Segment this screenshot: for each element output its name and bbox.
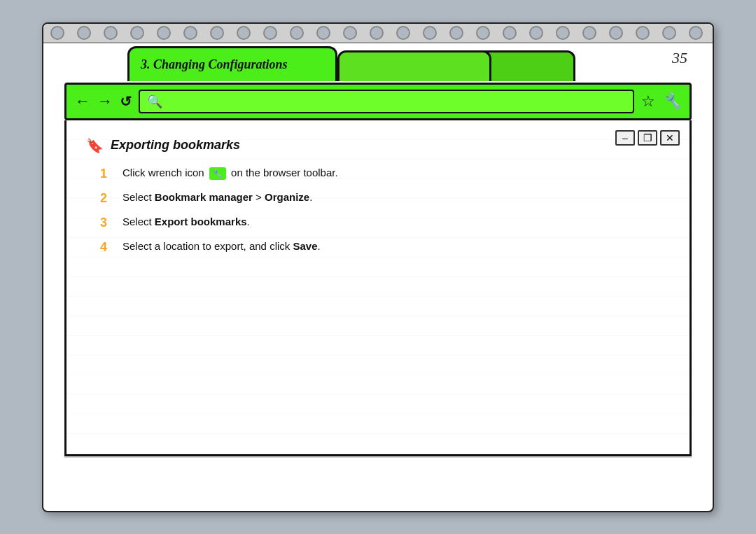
spiral-hole — [77, 26, 91, 40]
spiral-hole — [130, 26, 144, 40]
step-number-2: 2 — [100, 190, 117, 207]
section-title: Exporting bookmarks — [111, 138, 240, 153]
spiral-hole — [449, 26, 463, 40]
section-header: 🔖 Exporting bookmarks — [86, 137, 670, 154]
notebook-page: 35 3. Changing Configurations ← → ↻ 🔍 ☆ … — [42, 22, 714, 512]
spiral-hole — [104, 26, 118, 40]
browser-content: – ❐ ✕ 🔖 Exporting bookmarks 1 Click wren… — [64, 120, 692, 456]
spiral-hole — [396, 26, 410, 40]
restore-button[interactable]: ❐ — [638, 130, 657, 146]
spiral-binding — [43, 24, 713, 43]
wrench-button[interactable]: 🔧 — [662, 92, 681, 111]
address-bar[interactable]: 🔍 — [139, 90, 634, 113]
spiral-hole — [609, 26, 623, 40]
tab-inactive-1[interactable] — [337, 50, 491, 81]
forward-button[interactable]: → — [97, 94, 113, 109]
tab-area: 3. Changing Configurations — [43, 46, 713, 83]
spiral-hole — [556, 26, 570, 40]
spiral-hole — [636, 26, 650, 40]
spiral-hole — [210, 26, 224, 40]
tab-active-label: 3. Changing Configurations — [141, 57, 288, 72]
spiral-hole — [582, 26, 596, 40]
browser-toolbar: ← → ↻ 🔍 ☆ 🔧 — [64, 83, 692, 120]
spiral-hole — [316, 26, 330, 40]
spiral-hole — [263, 26, 277, 40]
spiral-hole — [503, 26, 517, 40]
back-button[interactable]: ← — [75, 94, 90, 109]
step-2: 2 Select Bookmark manager > Organize. — [100, 190, 670, 207]
minimize-button[interactable]: – — [615, 130, 635, 146]
spiral-hole — [237, 26, 251, 40]
spiral-hole — [343, 26, 357, 40]
spiral-hole — [662, 26, 676, 40]
tab-active[interactable]: 3. Changing Configurations — [127, 46, 337, 81]
step-2-text: Select Bookmark manager > Organize. — [122, 190, 670, 206]
step-number-1: 1 — [100, 165, 117, 183]
search-icon: 🔍 — [147, 94, 162, 109]
close-button[interactable]: ✕ — [660, 130, 680, 146]
step-4-text: Select a location to export, and click S… — [122, 239, 670, 255]
refresh-button[interactable]: ↻ — [120, 94, 132, 108]
spiral-hole — [183, 26, 197, 40]
spiral-hole — [423, 26, 437, 40]
step-number-4: 4 — [100, 239, 117, 256]
spiral-hole — [290, 26, 304, 40]
step-1: 1 Click wrench icon on the browser toolb… — [100, 165, 670, 183]
window-controls: – ❐ ✕ — [615, 130, 680, 146]
spiral-hole — [529, 26, 543, 40]
inline-wrench-icon — [209, 167, 226, 180]
spiral-hole — [689, 26, 703, 40]
spiral-hole — [370, 26, 384, 40]
step-number-3: 3 — [100, 214, 117, 232]
step-1-text: Click wrench icon on the browser toolbar… — [122, 165, 670, 181]
spiral-hole — [157, 26, 171, 40]
step-3-text: Select Export bookmarks. — [122, 214, 670, 230]
spiral-hole — [50, 26, 64, 40]
bookmark-icon: 🔖 — [86, 137, 104, 154]
spiral-hole — [476, 26, 490, 40]
step-4: 4 Select a location to export, and click… — [100, 239, 670, 256]
step-3: 3 Select Export bookmarks. — [100, 214, 670, 232]
bookmark-star-button[interactable]: ☆ — [641, 92, 655, 111]
notebook-bottom — [64, 456, 692, 477]
steps-list: 1 Click wrench icon on the browser toolb… — [86, 165, 670, 257]
